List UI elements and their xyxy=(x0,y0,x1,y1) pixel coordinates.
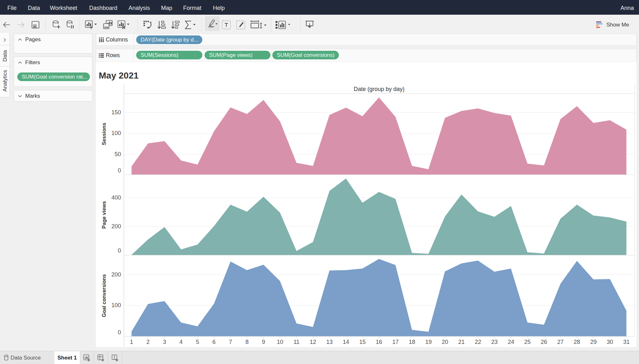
svg-text:20: 20 xyxy=(442,339,448,345)
svg-text:18: 18 xyxy=(409,339,415,345)
svg-text:26: 26 xyxy=(541,339,547,345)
svg-text:Sessions: Sessions xyxy=(101,123,107,145)
svg-text:24: 24 xyxy=(508,339,514,345)
svg-text:10: 10 xyxy=(277,339,283,345)
svg-text:0: 0 xyxy=(118,329,121,336)
svg-text:0: 0 xyxy=(118,167,121,174)
svg-text:22: 22 xyxy=(475,339,481,345)
svg-text:14: 14 xyxy=(343,339,349,345)
svg-text:4: 4 xyxy=(179,339,183,345)
svg-text:28: 28 xyxy=(574,339,580,345)
svg-text:7: 7 xyxy=(229,339,232,345)
svg-text:100: 100 xyxy=(111,302,121,308)
svg-text:200: 200 xyxy=(111,223,121,230)
svg-text:21: 21 xyxy=(458,339,465,345)
svg-text:17: 17 xyxy=(392,339,399,345)
svg-text:25: 25 xyxy=(524,339,531,345)
svg-text:Date (group by day): Date (group by day) xyxy=(354,86,404,92)
svg-text:50: 50 xyxy=(114,151,121,157)
svg-text:400: 400 xyxy=(111,194,121,201)
svg-text:Page views: Page views xyxy=(101,201,107,229)
svg-text:30: 30 xyxy=(607,339,613,345)
svg-text:1: 1 xyxy=(130,339,133,345)
svg-text:3: 3 xyxy=(163,339,166,345)
svg-text:9: 9 xyxy=(262,339,265,345)
svg-text:19: 19 xyxy=(425,339,432,345)
svg-text:23: 23 xyxy=(491,339,498,345)
svg-text:12: 12 xyxy=(310,339,316,345)
svg-text:150: 150 xyxy=(111,109,121,116)
svg-text:31: 31 xyxy=(623,339,630,345)
svg-text:15: 15 xyxy=(359,339,366,345)
svg-text:8: 8 xyxy=(245,339,249,345)
svg-text:29: 29 xyxy=(590,339,596,345)
svg-text:16: 16 xyxy=(376,339,382,345)
svg-text:11: 11 xyxy=(293,339,300,345)
svg-text:2: 2 xyxy=(146,339,150,345)
svg-text:Goal conversions: Goal conversions xyxy=(101,274,107,317)
svg-text:6: 6 xyxy=(212,339,215,345)
svg-text:13: 13 xyxy=(326,339,333,345)
svg-text:27: 27 xyxy=(557,339,564,345)
svg-text:200: 200 xyxy=(111,271,121,278)
svg-text:100: 100 xyxy=(111,130,121,136)
svg-text:5: 5 xyxy=(196,339,199,345)
svg-text:0: 0 xyxy=(118,247,121,254)
